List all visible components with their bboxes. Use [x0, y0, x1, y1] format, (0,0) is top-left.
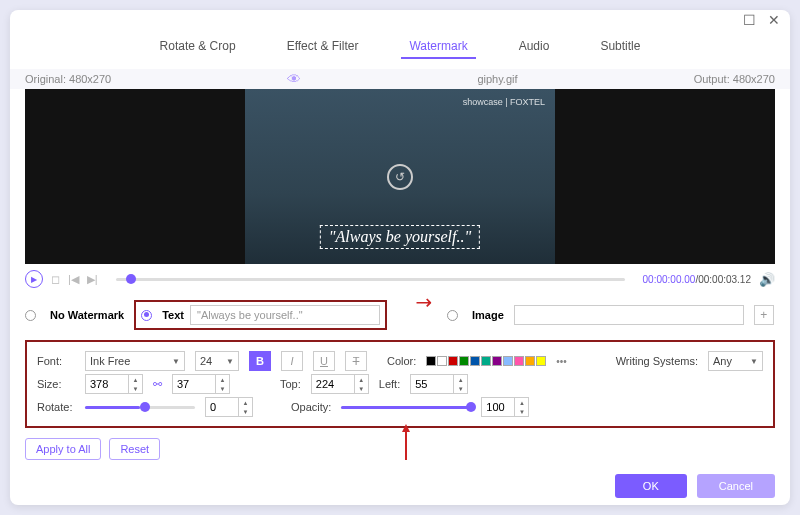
watermark-type-row: No Watermark Text ↘ Image + — [10, 294, 790, 336]
close-icon[interactable]: ✕ — [768, 12, 780, 28]
tab-audio[interactable]: Audio — [511, 35, 558, 59]
radio-image[interactable] — [447, 310, 458, 321]
more-colors-button[interactable]: ••• — [556, 356, 567, 367]
strikethrough-button[interactable]: T — [345, 351, 367, 371]
color-swatch[interactable] — [514, 356, 524, 366]
settings-panel: Font: Ink Free▼ 24▼ B I U T Color: ••• W… — [25, 340, 775, 428]
link-icon[interactable]: ⚯ — [153, 378, 162, 391]
top-label: Top: — [280, 378, 301, 390]
timeline-playhead[interactable] — [126, 274, 136, 284]
volume-icon[interactable]: 🔊 — [759, 272, 775, 287]
original-dimensions: Original: 480x270 — [25, 73, 111, 85]
width-spinner[interactable]: ▲▼ — [85, 374, 143, 394]
color-swatch[interactable] — [459, 356, 469, 366]
preview-area: showcase | FOXTEL ↺ "Always be yourself.… — [25, 89, 775, 264]
tabs: Rotate & Crop Effect & Filter Watermark … — [10, 30, 790, 69]
writing-systems-select[interactable]: Any▼ — [708, 351, 763, 371]
time-display: 00:00:00.00/00:00:03.12 — [643, 274, 751, 285]
writing-systems-label: Writing Systems: — [616, 355, 698, 367]
watermark-text-overlay[interactable]: "Always be yourself.." — [320, 225, 480, 249]
font-select[interactable]: Ink Free▼ — [85, 351, 185, 371]
color-label: Color: — [387, 355, 416, 367]
color-swatch[interactable] — [448, 356, 458, 366]
color-swatch[interactable] — [503, 356, 513, 366]
ok-button[interactable]: OK — [615, 474, 687, 498]
reset-button[interactable]: Reset — [109, 438, 160, 460]
size-label: Size: — [37, 378, 75, 390]
color-swatch[interactable] — [525, 356, 535, 366]
opacity-spinner[interactable]: ▲▼ — [481, 397, 529, 417]
rotate-label: Rotate: — [37, 401, 75, 413]
text-watermark-group: Text — [134, 300, 387, 330]
tab-subtitle[interactable]: Subtitle — [592, 35, 648, 59]
stop-button[interactable]: ◻ — [51, 273, 60, 286]
add-image-button[interactable]: + — [754, 305, 774, 325]
timeline[interactable] — [116, 278, 625, 281]
font-size-select[interactable]: 24▼ — [195, 351, 239, 371]
apply-to-all-button[interactable]: Apply to All — [25, 438, 101, 460]
italic-button[interactable]: I — [281, 351, 303, 371]
rewind-icon[interactable]: ↺ — [387, 164, 413, 190]
height-spinner[interactable]: ▲▼ — [172, 374, 230, 394]
text-label: Text — [162, 309, 184, 321]
next-frame-button[interactable]: ▶| — [87, 273, 98, 286]
brand-overlay: showcase | FOXTEL — [463, 97, 545, 107]
color-swatch[interactable] — [426, 356, 436, 366]
underline-button[interactable]: U — [313, 351, 335, 371]
bold-button[interactable]: B — [249, 351, 271, 371]
image-path-input[interactable] — [514, 305, 744, 325]
top-spinner[interactable]: ▲▼ — [311, 374, 369, 394]
editor-window: ☐ ✕ Rotate & Crop Effect & Filter Waterm… — [10, 10, 790, 505]
color-swatch[interactable] — [470, 356, 480, 366]
titlebar: ☐ ✕ — [10, 10, 790, 30]
preview-image: showcase | FOXTEL ↺ "Always be yourself.… — [245, 89, 555, 264]
tab-rotate-crop[interactable]: Rotate & Crop — [152, 35, 244, 59]
color-swatch[interactable] — [481, 356, 491, 366]
image-label: Image — [472, 309, 504, 321]
footer-buttons: OK Cancel — [615, 474, 775, 498]
maximize-icon[interactable]: ☐ — [743, 12, 756, 28]
tab-watermark[interactable]: Watermark — [401, 35, 475, 59]
output-dimensions: Output: 480x270 — [694, 73, 775, 85]
radio-text[interactable] — [141, 310, 152, 321]
filename: giphy.gif — [477, 73, 517, 85]
opacity-label: Opacity: — [291, 401, 331, 413]
prev-frame-button[interactable]: |◀ — [68, 273, 79, 286]
player-controls: ▶ ◻ |◀ ▶| 00:00:00.00/00:00:03.12 🔊 — [10, 264, 790, 294]
color-swatch[interactable] — [536, 356, 546, 366]
play-button[interactable]: ▶ — [25, 270, 43, 288]
opacity-slider[interactable] — [341, 406, 471, 409]
font-label: Font: — [37, 355, 75, 367]
color-swatch[interactable] — [492, 356, 502, 366]
annotation-arrow-icon — [405, 430, 407, 460]
rotate-slider[interactable] — [85, 406, 195, 409]
action-buttons: Apply to All Reset — [10, 432, 790, 466]
left-spinner[interactable]: ▲▼ — [410, 374, 468, 394]
color-swatches — [426, 356, 546, 366]
left-label: Left: — [379, 378, 400, 390]
infobar: Original: 480x270 👁 giphy.gif Output: 48… — [10, 69, 790, 89]
text-input[interactable] — [190, 305, 380, 325]
radio-no-watermark[interactable] — [25, 310, 36, 321]
tab-effect-filter[interactable]: Effect & Filter — [279, 35, 367, 59]
cancel-button[interactable]: Cancel — [697, 474, 775, 498]
no-watermark-label: No Watermark — [50, 309, 124, 321]
rotate-spinner[interactable]: ▲▼ — [205, 397, 253, 417]
color-swatch[interactable] — [437, 356, 447, 366]
visibility-icon[interactable]: 👁 — [287, 71, 301, 87]
